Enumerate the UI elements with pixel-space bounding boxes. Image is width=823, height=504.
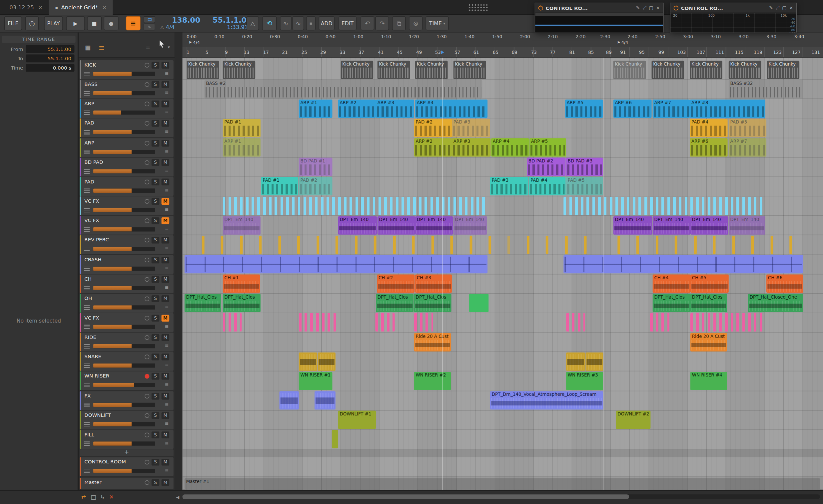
mute-button[interactable]: M xyxy=(162,373,170,380)
clip[interactable] xyxy=(317,236,319,254)
automation-follow-button[interactable]: ∿ xyxy=(280,16,292,30)
play-menu-button[interactable]: PLAY xyxy=(44,16,63,30)
record-arm-button[interactable] xyxy=(145,63,149,67)
mute-button[interactable]: M xyxy=(162,412,170,419)
mute-button[interactable]: M xyxy=(162,432,170,438)
volume-fader[interactable] xyxy=(93,305,155,310)
record-arm-button[interactable] xyxy=(145,316,149,320)
clip[interactable] xyxy=(432,236,434,254)
clip[interactable] xyxy=(694,236,697,254)
add-track-button[interactable]: + xyxy=(79,449,174,456)
clip[interactable]: DPT_Hat_Clos xyxy=(414,294,452,312)
volume-fader[interactable] xyxy=(93,344,155,348)
clip[interactable] xyxy=(771,236,773,254)
clip[interactable] xyxy=(278,236,281,254)
clip[interactable]: ARP #5 xyxy=(565,99,603,118)
track-header[interactable]: CHSM≡ xyxy=(79,274,174,293)
clip[interactable]: DPT_Dm_140_Vocal_Atmosphere_Loop_Scream xyxy=(490,391,604,410)
record-arm-button[interactable] xyxy=(145,121,149,126)
clip[interactable]: PAD #5 xyxy=(566,177,603,195)
clip[interactable] xyxy=(650,313,669,331)
volume-fader[interactable] xyxy=(93,403,155,407)
clip[interactable] xyxy=(636,236,639,254)
record-button[interactable]: ● xyxy=(104,16,119,30)
edit-icon[interactable]: ✎ xyxy=(636,5,640,11)
track-header[interactable]: BD PADSM≡ xyxy=(79,158,174,177)
clip[interactable]: Kick Chunky xyxy=(729,61,761,79)
plugin-spectrum-display[interactable]: 201001k10k -20-40-60-80-100 xyxy=(670,13,796,32)
clip[interactable]: DPT_Hat_Clos xyxy=(690,294,727,312)
mute-button[interactable]: M xyxy=(162,295,170,302)
track-menu-icon[interactable]: ≡ xyxy=(165,188,169,193)
master-clip[interactable]: Master #1 xyxy=(185,478,820,489)
clip[interactable]: ARP #6 xyxy=(614,99,652,118)
clip[interactable]: DOWNLIFT #2 xyxy=(616,411,651,429)
track-menu-icon[interactable]: ≡ xyxy=(165,109,169,115)
clip[interactable] xyxy=(586,352,603,370)
clip[interactable]: Kick Chunky xyxy=(767,61,800,79)
solo-button[interactable]: S xyxy=(152,432,160,438)
clip[interactable]: BASS #32 xyxy=(729,80,803,98)
add-button[interactable]: ADD xyxy=(319,16,335,30)
clip[interactable]: CH #1 xyxy=(223,275,260,293)
clip[interactable]: Ride 20 A Cust xyxy=(690,333,727,351)
edit-button[interactable]: EDIT xyxy=(339,16,356,30)
volume-fader[interactable] xyxy=(93,286,155,290)
solo-button[interactable]: S xyxy=(152,295,160,302)
power-icon[interactable] xyxy=(538,6,543,10)
clip[interactable]: CH #6 xyxy=(766,275,803,293)
record-arm-button[interactable] xyxy=(145,480,149,485)
maximize-icon[interactable]: ▢ xyxy=(649,5,653,11)
track-header[interactable]: ARPSM≡ xyxy=(79,138,174,157)
clip[interactable]: PAD #3 xyxy=(490,177,528,195)
clip[interactable]: CH #4 xyxy=(653,275,690,293)
solo-button[interactable]: S xyxy=(152,217,160,224)
plugin-window[interactable]: CONTROL RO... ✎ ⤢ ▢ × xyxy=(535,3,664,33)
clip[interactable] xyxy=(527,236,529,254)
volume-fader[interactable] xyxy=(93,189,155,193)
solo-button[interactable]: S xyxy=(152,237,160,244)
clip[interactable] xyxy=(507,236,510,254)
clip[interactable]: DPT_Em_140_ xyxy=(614,216,652,234)
clip[interactable]: ARP #3 xyxy=(452,138,490,157)
clip[interactable]: ARP #2 xyxy=(414,138,452,157)
clip[interactable] xyxy=(223,197,487,215)
record-arm-button[interactable] xyxy=(145,141,149,146)
detach-icon[interactable]: ⤢ xyxy=(642,5,646,11)
mute-button[interactable]: M xyxy=(162,256,170,263)
track-header[interactable]: SNARESM≡ xyxy=(79,352,174,371)
solo-button[interactable]: S xyxy=(152,101,160,107)
mute-button[interactable]: M xyxy=(162,237,170,244)
track-header[interactable]: CONTROL ROOMSM≡ xyxy=(79,457,174,476)
clip[interactable] xyxy=(469,294,488,312)
clip[interactable]: ARP #1 xyxy=(299,99,333,118)
tempo-display[interactable]: 138.00 xyxy=(160,16,200,24)
close-icon[interactable]: × xyxy=(102,4,107,10)
pointer-tool-icon[interactable] xyxy=(158,39,165,49)
clip[interactable] xyxy=(223,313,242,331)
clip[interactable] xyxy=(751,236,754,254)
clip[interactable] xyxy=(584,236,587,254)
solo-button[interactable]: S xyxy=(152,353,160,360)
clip[interactable]: DPT_Em_140_ xyxy=(338,216,377,234)
solo-button[interactable]: S xyxy=(152,479,160,486)
record-arm-button[interactable] xyxy=(145,160,149,165)
volume-fader[interactable] xyxy=(93,150,155,154)
clip[interactable]: BD PAD #2 xyxy=(527,158,565,176)
clip[interactable]: ARP #7 xyxy=(653,99,690,118)
file-button[interactable]: FILE xyxy=(4,16,22,30)
scroll-left-icon[interactable]: ◀ xyxy=(176,495,180,499)
clip[interactable]: Kick Chunky xyxy=(690,61,722,79)
clip[interactable]: DPT_Em_140_ xyxy=(415,216,453,234)
track-header[interactable]: PADSM≡ xyxy=(79,177,174,196)
volume-fader[interactable] xyxy=(93,441,155,446)
track-menu-icon[interactable]: ≡ xyxy=(165,90,169,95)
clip[interactable] xyxy=(332,430,338,448)
track-menu-icon[interactable]: ≡ xyxy=(165,168,169,174)
mute-button[interactable]: M xyxy=(162,393,170,399)
solo-button[interactable]: S xyxy=(152,120,160,127)
clip[interactable]: ARP #1 xyxy=(223,138,261,157)
clip[interactable]: WN RISER #3 xyxy=(566,372,603,390)
clip[interactable]: DPT_Em_140_ xyxy=(729,216,765,234)
clip[interactable]: ARP #5 xyxy=(529,138,566,157)
